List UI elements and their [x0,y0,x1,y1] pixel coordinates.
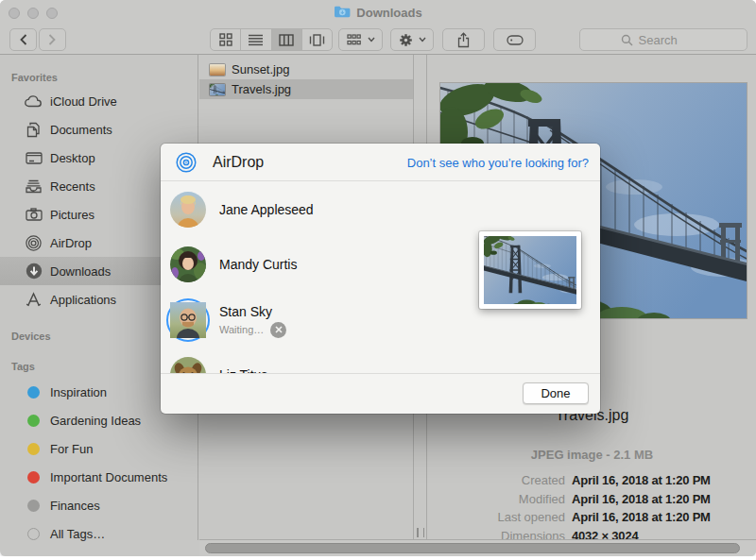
column-view-button[interactable] [271,29,301,50]
person-row-mandy[interactable]: Mandy Curtis [170,246,297,282]
airdrop-help-link[interactable]: Don’t see who you’re looking for? [407,156,589,170]
documents-icon [25,121,43,139]
tag-dot-yellow [27,443,40,455]
avatar-progress-ring [166,298,210,342]
horizontal-scrollbar-track[interactable] [199,539,756,556]
airdrop-dialog-footer: Done [161,373,600,414]
person-name: Jane Appleseed [219,202,314,217]
file-details: Created April 16, 2018 at 1:20 PM Modifi… [428,471,756,545]
action-menu-button[interactable] [390,28,434,51]
sidebar-section-favorites: Favorites [0,70,198,85]
file-row-travels[interactable]: Travels.jpg [199,79,413,99]
person-row-liz[interactable]: Liz Titus [170,357,267,373]
column-resize-grip[interactable] [417,528,424,537]
cloud-icon [25,93,43,110]
recents-icon [25,178,43,195]
person-name: Stan Sky [219,304,272,319]
download-circle-icon [25,263,43,280]
airdrop-icon [25,234,43,252]
avatar-jane [170,192,206,228]
detail-row-modified: Modified April 16, 2018 at 1:20 PM [428,490,756,509]
travels-thumbnail-icon [210,84,225,95]
detail-row-last-opened: Last opened April 16, 2018 at 1:20 PM [428,508,756,527]
person-name: Mandy Curtis [219,257,297,272]
tag-dot-hollow [27,528,40,540]
sidebar-tag-finances[interactable]: Finances [0,491,198,519]
airdrop-dialog-header: AirDrop Don’t see who you’re looking for… [161,144,600,181]
search-icon [621,34,633,46]
tag-dot-green [27,415,40,427]
titlebar: Downloads [0,0,756,25]
done-button[interactable]: Done [523,382,589,404]
camera-icon [25,206,43,224]
cancel-transfer-button[interactable] [270,322,286,338]
desktop-icon [25,149,43,167]
sidebar-tag-important-documents[interactable]: Important Documents [0,463,198,491]
preview-kind-size: JPEG image - 2.1 MB [428,448,756,462]
airdrop-dialog-title: AirDrop [213,154,264,171]
avatar-mandy [170,246,206,282]
edit-tags-button[interactable] [493,28,536,51]
airdrop-dialog: AirDrop Don’t see who you’re looking for… [161,144,600,414]
sidebar-item-documents[interactable]: Documents [0,115,198,144]
tag-dot-gray [27,500,40,512]
sunset-thumbnail-icon [210,64,225,76]
detail-row-created: Created April 16, 2018 at 1:20 PM [428,471,756,490]
horizontal-scrollbar-thumb[interactable] [205,543,740,553]
downloads-folder-icon [334,5,351,22]
tag-dot-red [27,471,40,484]
sidebar-tag-for-fun[interactable]: For Fun [0,434,198,463]
finder-window: Downloads [0,0,756,556]
airdrop-file-thumbnail [479,231,581,309]
forward-button[interactable] [39,28,66,51]
sidebar-item-icloud-drive[interactable]: iCloud Drive [0,87,198,115]
file-row-sunset[interactable]: Sunset.jpg [199,59,413,79]
list-view-button[interactable] [240,29,270,50]
toolbar [0,25,756,55]
person-row-stan[interactable]: Stan Sky Waiting… [170,302,286,338]
tag-dot-blue [27,386,40,399]
icon-view-button[interactable] [211,29,240,50]
avatar-stan [170,302,206,338]
share-button[interactable] [442,28,485,51]
avatar-liz [170,357,206,373]
view-mode-control [210,28,333,51]
search-input[interactable] [637,32,707,48]
search-field[interactable] [579,28,747,51]
sidebar-item-all-tags[interactable]: All Tags… [0,519,198,548]
back-button[interactable] [9,28,37,51]
transfer-status: Waiting… [219,324,264,335]
group-by-button[interactable] [338,28,383,51]
applications-icon [25,291,43,309]
window-title: Downloads [356,6,421,20]
airdrop-logo-icon [175,151,198,178]
person-row-jane[interactable]: Jane Appleseed [170,192,314,228]
gallery-view-button[interactable] [301,29,332,50]
